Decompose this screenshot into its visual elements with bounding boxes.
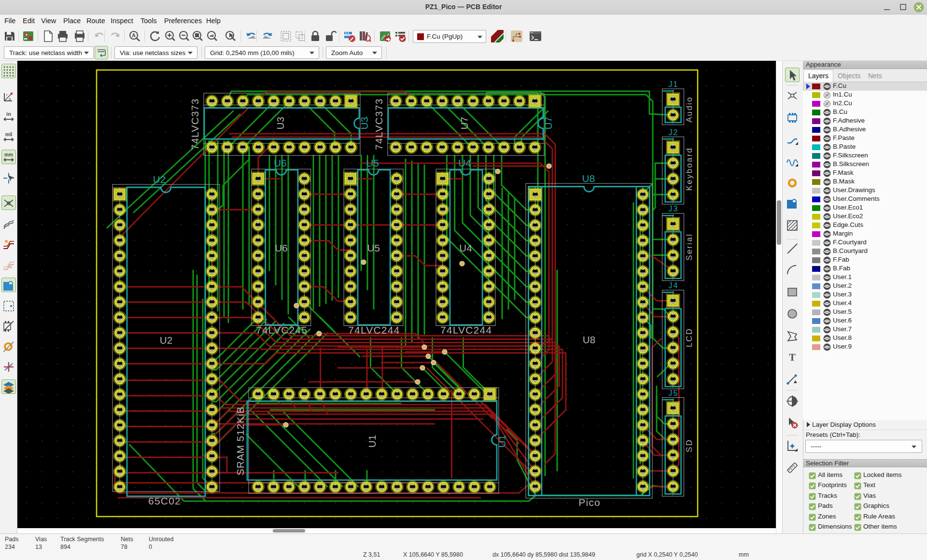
svg-text:LCD: LCD	[685, 328, 694, 348]
svg-text:J2: J2	[669, 128, 679, 137]
svg-text:65C02: 65C02	[148, 495, 181, 506]
svg-text:Keyboard: Keyboard	[685, 147, 694, 191]
svg-text:U2: U2	[160, 335, 173, 346]
svg-text:U6: U6	[275, 242, 288, 253]
svg-text:U5: U5	[366, 157, 379, 168]
svg-text:U5: U5	[367, 242, 380, 253]
svg-text:U4: U4	[459, 242, 472, 253]
svg-text:74LVC244: 74LVC244	[440, 324, 492, 336]
svg-text:74LVC245: 74LVC245	[256, 324, 308, 336]
svg-text:Serial: Serial	[685, 233, 694, 261]
svg-text:J1: J1	[669, 80, 679, 88]
svg-text:SD: SD	[685, 439, 694, 452]
svg-text:U1: U1	[366, 435, 378, 448]
svg-text:U2: U2	[153, 174, 166, 185]
svg-text:U7: U7	[543, 117, 554, 130]
svg-text:U3: U3	[359, 117, 370, 130]
svg-text:A: A	[132, 32, 136, 38]
svg-text:J5: J5	[669, 389, 679, 397]
svg-text:Pico: Pico	[578, 497, 601, 508]
svg-text:T: T	[789, 352, 796, 363]
svg-text:in: in	[6, 111, 11, 117]
svg-text:74LVC244: 74LVC244	[348, 324, 400, 336]
svg-text:U8: U8	[583, 334, 596, 345]
svg-text:U8: U8	[582, 173, 595, 184]
svg-text:U6: U6	[274, 157, 287, 168]
svg-text:θ: θ	[9, 97, 11, 101]
svg-text:U3: U3	[275, 117, 286, 130]
svg-text:74LVC373: 74LVC373	[189, 98, 200, 150]
svg-text:SRAM 512KiB: SRAM 512KiB	[235, 406, 246, 476]
svg-text:J3: J3	[669, 205, 679, 213]
svg-text:mil: mil	[5, 132, 13, 137]
svg-text:Audio: Audio	[685, 96, 694, 122]
svg-text:U1: U1	[496, 435, 507, 448]
svg-text:74LVC373: 74LVC373	[373, 98, 384, 150]
svg-text:mm: mm	[4, 152, 13, 157]
svg-text:r: r	[6, 93, 8, 97]
svg-text:J4: J4	[669, 281, 679, 290]
svg-text:U7: U7	[459, 117, 470, 130]
svg-text:U4: U4	[458, 157, 471, 168]
